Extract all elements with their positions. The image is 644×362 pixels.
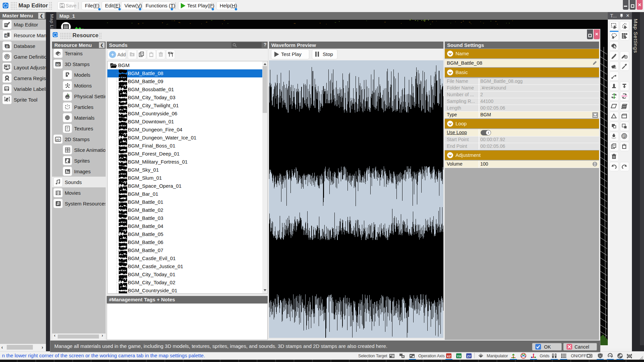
svg-text:2D: 2D	[56, 138, 60, 141]
svg-text:R: R	[5, 34, 7, 38]
svg-text:YX: YX	[457, 354, 461, 358]
svg-text:S: S	[6, 55, 8, 59]
svg-text:3D: 3D	[56, 63, 60, 66]
svg-text:XZ: XZ	[447, 354, 451, 358]
svg-text:S: S	[624, 135, 626, 138]
svg-text:ZY: ZY	[467, 354, 471, 358]
svg-text:D: D	[6, 45, 8, 48]
